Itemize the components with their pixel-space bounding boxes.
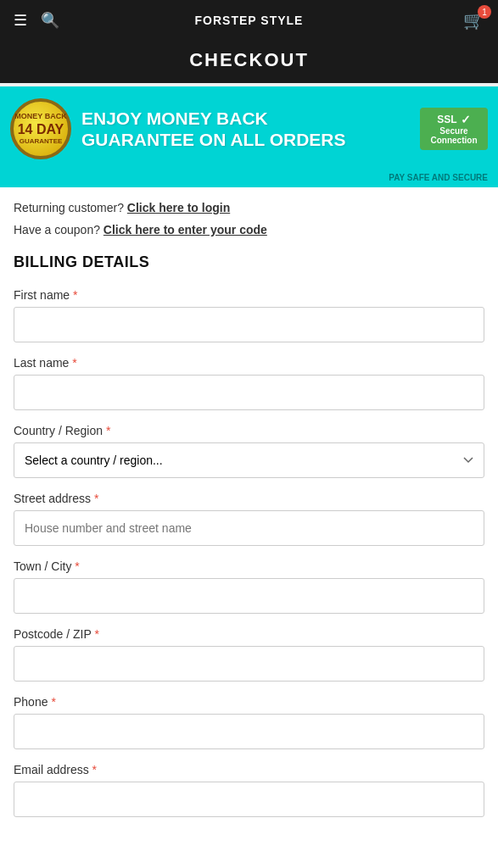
- coupon-link[interactable]: Click here to enter your code: [104, 223, 267, 236]
- ssl-check-icon: ✓: [461, 113, 471, 126]
- last-name-input[interactable]: [14, 375, 484, 410]
- money-back-badge: MONEY BACK 14 DAY GUARANTEE: [10, 98, 71, 159]
- street-label: Street address *: [14, 492, 484, 505]
- first-name-label: First name *: [14, 288, 484, 302]
- postcode-input[interactable]: [14, 646, 484, 682]
- last-name-group: Last name *: [14, 356, 484, 410]
- banner-text-block: ENJOY MONEY BACK GUARANTEE ON ALL ORDERS: [81, 108, 410, 150]
- last-name-label: Last name *: [14, 356, 484, 370]
- header-top: ☰ 🔍 FORSTEP STYLE 🛒 1: [0, 0, 498, 41]
- page-content: Returning customer? Click here to login …: [0, 187, 498, 817]
- cart-badge: 1: [478, 5, 491, 19]
- money-back-banner: MONEY BACK 14 DAY GUARANTEE ENJOY MONEY …: [0, 86, 498, 187]
- search-icon[interactable]: 🔍: [41, 11, 59, 30]
- banner-content: MONEY BACK 14 DAY GUARANTEE ENJOY MONEY …: [0, 86, 498, 171]
- first-name-input[interactable]: [14, 307, 484, 342]
- town-label: Town / City *: [14, 559, 484, 573]
- town-input[interactable]: [14, 578, 484, 614]
- brand-name: FORSTEP STYLE: [195, 14, 304, 27]
- postcode-group: Postcode / ZIP *: [14, 627, 484, 682]
- header-left-icons: ☰ 🔍: [14, 11, 59, 30]
- street-group: Street address *: [14, 492, 484, 546]
- street-input[interactable]: [14, 510, 484, 546]
- hamburger-icon[interactable]: ☰: [14, 11, 27, 30]
- ssl-label-text: SSL: [437, 114, 456, 125]
- ssl-secure-text: Secure: [439, 126, 467, 136]
- coupon-row: Have a coupon? Click here to enter your …: [14, 223, 484, 236]
- country-group: Country / Region * Select a country / re…: [14, 424, 484, 478]
- ssl-label-row: SSL ✓: [437, 113, 470, 126]
- phone-input[interactable]: [14, 714, 484, 749]
- email-input[interactable]: [14, 782, 484, 817]
- postcode-required: *: [94, 627, 98, 641]
- town-required: *: [75, 559, 79, 573]
- street-required: *: [94, 492, 98, 505]
- billing-details-title: BILLING DETAILS: [14, 253, 484, 271]
- country-required: *: [106, 424, 110, 437]
- first-name-required: *: [73, 288, 77, 302]
- badge-bottom-text: GUARANTEE: [20, 137, 63, 146]
- first-name-group: First name *: [14, 288, 484, 342]
- phone-label: Phone *: [14, 695, 484, 709]
- pay-safe-label: PAY SAFE AND SECURE: [0, 171, 498, 187]
- phone-group: Phone *: [14, 695, 484, 749]
- returning-customer-text: Returning customer?: [14, 201, 124, 214]
- checkout-title: CHECKOUT: [189, 49, 309, 70]
- banner-title-line1: ENJOY MONEY BACK: [81, 108, 410, 129]
- postcode-label: Postcode / ZIP *: [14, 627, 484, 641]
- checkout-title-bar: CHECKOUT: [0, 41, 498, 83]
- ssl-connection-text: Connection: [431, 136, 478, 145]
- country-label: Country / Region *: [14, 424, 484, 437]
- email-group: Email address *: [14, 763, 484, 817]
- email-required: *: [92, 763, 97, 776]
- coupon-text: Have a coupon?: [14, 223, 100, 236]
- cart-icon[interactable]: 🛒 1: [463, 10, 484, 31]
- email-label: Email address *: [14, 763, 484, 776]
- badge-top-text: MONEY BACK: [14, 112, 66, 121]
- badge-days-text: 14 DAY: [18, 121, 64, 137]
- phone-required: *: [51, 695, 55, 709]
- last-name-required: *: [72, 356, 76, 370]
- login-link[interactable]: Click here to login: [127, 201, 230, 214]
- ssl-badge: SSL ✓ Secure Connection: [420, 108, 488, 150]
- country-select[interactable]: Select a country / region...: [14, 442, 484, 478]
- town-group: Town / City *: [14, 559, 484, 614]
- banner-title-line2: GUARANTEE ON ALL ORDERS: [81, 129, 410, 150]
- returning-customer-row: Returning customer? Click here to login: [14, 201, 484, 214]
